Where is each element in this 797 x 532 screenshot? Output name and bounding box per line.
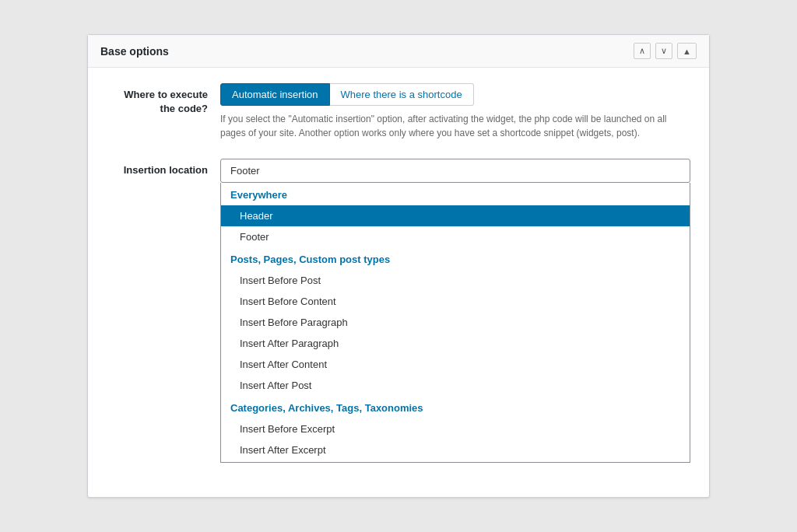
where-execute-content: Automatic insertion Where there is a sho… [220,83,690,140]
dropdown-item[interactable]: Categories, Archives, Tags, Taxonomies [221,396,690,418]
panel-body: Where to execute the code? Automatic ins… [88,68,709,497]
shortcode-button[interactable]: Where there is a shortcode [330,83,474,106]
panel-title: Base options [100,45,169,58]
dropdown-selected-value: Footer [230,165,260,177]
dropdown-item[interactable]: Posts, Pages, Custom post types [221,247,690,270]
dropdown-item[interactable]: Insert Before Excerpt [221,418,690,439]
collapse-down-button[interactable]: ∨ [655,43,672,59]
dropdown-item[interactable]: Insert After Paragraph [221,333,690,354]
base-options-panel: Base options ∧ ∨ ▲ Where to execute the … [87,34,710,498]
where-execute-label: Where to execute the code? [107,83,208,116]
dropdown-item[interactable]: Footer [221,226,690,247]
insertion-location-dropdown[interactable]: Footer [220,159,690,183]
help-text: If you select the "Automatic insertion" … [220,112,672,140]
dropdown-item[interactable]: Header [221,205,690,226]
collapse-up-button[interactable]: ∧ [634,43,651,59]
dropdown-item[interactable]: Insert After Content [221,354,690,375]
insertion-location-row: Insertion location Footer ⌄ EverywhereHe… [107,159,690,463]
dropdown-item[interactable]: Insert After Post [221,375,690,396]
insertion-location-label: Insertion location [107,159,208,177]
where-execute-row: Where to execute the code? Automatic ins… [107,83,690,140]
automatic-insertion-button[interactable]: Automatic insertion [220,83,330,106]
panel-controls: ∧ ∨ ▲ [634,43,697,59]
insertion-type-buttons: Automatic insertion Where there is a sho… [220,83,690,106]
insertion-location-content: Footer ⌄ EverywhereHeaderFooterPosts, Pa… [220,159,690,463]
dropdown-item[interactable]: Insert After Excerpt [221,439,690,460]
insertion-location-dropdown-wrapper: Footer ⌄ EverywhereHeaderFooterPosts, Pa… [220,159,690,463]
dropdown-item[interactable]: Everywhere [221,183,690,205]
dropdown-item[interactable]: Between Posts [221,460,690,463]
dropdown-item[interactable]: Insert Before Paragraph [221,312,690,333]
expand-button[interactable]: ▲ [677,43,697,59]
dropdown-item[interactable]: Insert Before Content [221,291,690,312]
dropdown-list[interactable]: EverywhereHeaderFooterPosts, Pages, Cust… [220,183,690,463]
dropdown-item[interactable]: Insert Before Post [221,270,690,291]
panel-header: Base options ∧ ∨ ▲ [88,35,709,68]
